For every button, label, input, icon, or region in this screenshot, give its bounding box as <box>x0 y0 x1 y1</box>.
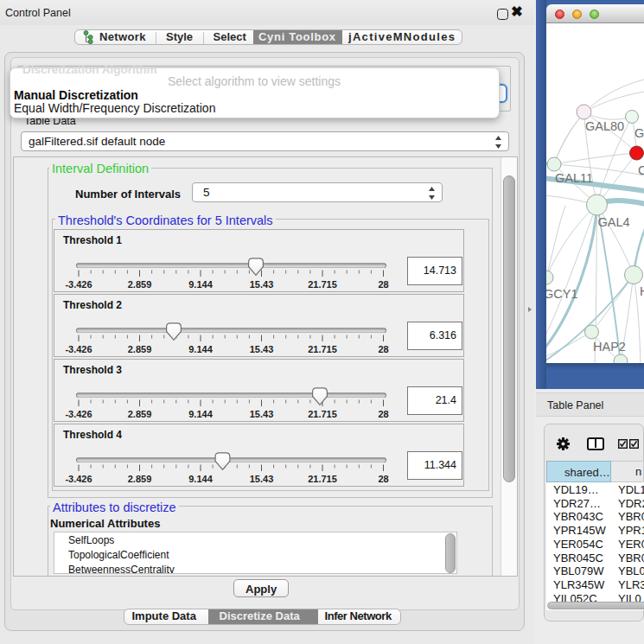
svg-text:2.859: 2.859 <box>128 474 152 484</box>
svg-text:9.144: 9.144 <box>188 409 213 419</box>
svg-text:28: 28 <box>378 344 388 354</box>
svg-text:GAL11: GAL11 <box>555 171 593 185</box>
svg-text:9.144: 9.144 <box>188 344 213 354</box>
svg-text:21.715: 21.715 <box>308 344 337 354</box>
svg-text:HAP2: HAP2 <box>593 340 626 354</box>
svg-text:15.43: 15.43 <box>250 279 274 290</box>
svg-text:28: 28 <box>378 279 388 290</box>
svg-text:2.859: 2.859 <box>128 409 152 419</box>
svg-text:-3.426: -3.426 <box>65 474 92 484</box>
svg-text:-3.426: -3.426 <box>65 409 92 419</box>
svg-text:HA: HA <box>640 284 644 298</box>
svg-text:9.144: 9.144 <box>188 279 213 290</box>
svg-text:GAL4: GAL4 <box>598 215 630 229</box>
svg-text:15.43: 15.43 <box>250 409 274 419</box>
svg-text:CY: CY <box>638 163 644 177</box>
svg-text:21.715: 21.715 <box>308 409 337 419</box>
svg-text:15.43: 15.43 <box>250 474 274 484</box>
svg-text:GAL80: GAL80 <box>585 119 624 133</box>
svg-text:21.715: 21.715 <box>308 279 337 290</box>
svg-text:-3.426: -3.426 <box>65 344 92 354</box>
svg-text:9.144: 9.144 <box>188 474 213 484</box>
svg-text:15.43: 15.43 <box>250 344 274 354</box>
svg-text:GCY1: GCY1 <box>546 287 578 301</box>
svg-text:2.859: 2.859 <box>128 279 152 290</box>
svg-text:28: 28 <box>378 409 388 419</box>
svg-text:-3.426: -3.426 <box>65 279 92 290</box>
svg-text:2.859: 2.859 <box>128 344 152 354</box>
svg-text:28: 28 <box>378 474 388 484</box>
svg-text:21.715: 21.715 <box>308 474 337 484</box>
svg-text:GA: GA <box>634 126 644 140</box>
